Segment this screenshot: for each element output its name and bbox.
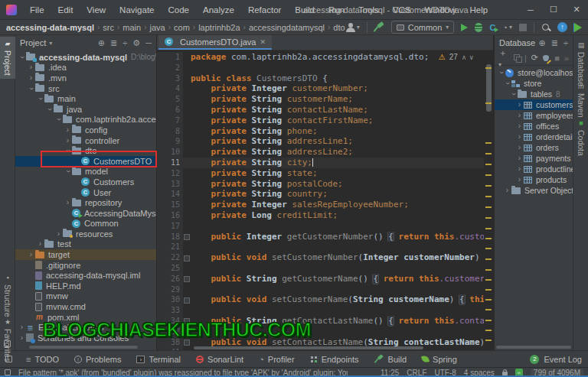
tree-item-mvnw-cmd[interactable]: ›mvnw.cmd xyxy=(15,301,156,312)
tree-item-offices[interactable]: ›offices xyxy=(495,121,573,132)
chevron-closed-icon[interactable]: › xyxy=(18,334,26,342)
code-line[interactable]: 25 xyxy=(157,263,484,274)
code-line[interactable]: 10 private String addressLine2; xyxy=(157,147,484,158)
chevron-closed-icon[interactable]: › xyxy=(36,240,44,248)
chevron-closed-icon[interactable]: › xyxy=(54,230,63,238)
menu-navigate[interactable]: Navigate xyxy=(113,5,161,15)
code-line[interactable]: 14 private String country; xyxy=(157,189,484,200)
menu-analyze[interactable]: Analyze xyxy=(196,5,241,15)
build-hammer-icon[interactable] xyxy=(374,22,384,32)
menu-edit[interactable]: Edit xyxy=(51,5,80,15)
tree-item-orders[interactable]: ›orders xyxy=(495,142,573,153)
code-line[interactable]: 22 public void setCustomerNumber(Integer… xyxy=(157,252,484,263)
chevron-closed-icon[interactable]: › xyxy=(64,126,72,134)
tool-tab-project[interactable]: ▰Project xyxy=(0,37,15,79)
project-horizontal-scrollbar[interactable] xyxy=(29,346,138,349)
fold-marker-icon[interactable] xyxy=(183,274,190,284)
chevron-closed-icon[interactable]: › xyxy=(515,144,524,151)
bottom-tab-profiler[interactable]: ◔Profiler xyxy=(251,351,302,368)
tree-item-test[interactable]: ›test xyxy=(15,239,156,250)
user-menu[interactable]: ▾ xyxy=(346,23,360,32)
code-line[interactable]: 33 xyxy=(157,305,484,316)
tree-item-main[interactable]: ›main xyxy=(15,93,156,104)
locate-icon[interactable]: ⊕ xyxy=(539,38,546,48)
chevron-closed-icon[interactable]: › xyxy=(515,122,524,130)
line-separator-indicator[interactable]: CRLF xyxy=(407,369,426,377)
chevron-closed-icon[interactable]: › xyxy=(64,137,72,145)
code-line[interactable]: 8 private String phone; xyxy=(157,126,484,137)
close-button[interactable]: ✕ xyxy=(565,0,588,20)
stop-icon[interactable]: ■ xyxy=(554,54,560,63)
code-line[interactable]: 1package com.laptrinhb2a.accessingdatamy… xyxy=(157,52,484,63)
chevron-closed-icon[interactable]: › xyxy=(27,251,35,258)
menu-file[interactable]: File xyxy=(23,5,51,15)
tree-item-accessing-data-mysql[interactable]: ›accessing-data-mysqlD:\blog\spring-boot… xyxy=(15,52,156,63)
breadcrumb-item[interactable]: com xyxy=(174,23,190,32)
gear-icon[interactable]: ⚙ xyxy=(132,38,140,48)
breadcrumb-item[interactable]: src xyxy=(103,23,114,32)
tree-item-orderdetails[interactable]: ›orderdetails xyxy=(495,132,573,142)
expand-all-icon[interactable]: ≣ xyxy=(551,38,558,48)
fold-marker-icon[interactable] xyxy=(183,294,190,305)
fold-marker-icon[interactable] xyxy=(183,252,190,263)
lock-icon[interactable] xyxy=(502,372,508,375)
menu-refactor[interactable]: Refactor xyxy=(241,5,288,15)
tree-item-products[interactable]: ›products xyxy=(495,174,573,185)
chevron-closed-icon[interactable]: › xyxy=(515,133,524,141)
tree-item-model[interactable]: ›model xyxy=(15,167,156,177)
fold-marker-icon[interactable] xyxy=(183,232,190,242)
breadcrumb-item[interactable]: java xyxy=(149,23,165,32)
chevron-closed-icon[interactable]: › xyxy=(18,323,26,331)
tree-item--gitignore[interactable]: ›.gitignore xyxy=(15,260,156,271)
codota-status-icon[interactable]: ‹› xyxy=(515,369,523,376)
tree-item-store-localhost[interactable]: ›store@localhost1 of 5 xyxy=(495,67,573,78)
indent-indicator[interactable]: 4 spaces xyxy=(464,369,495,377)
tree-item-common[interactable]: ›CCommon xyxy=(15,219,156,229)
chevron-closed-icon[interactable]: › xyxy=(515,176,524,184)
code-line[interactable]: 7 private String contactFirstName; xyxy=(157,115,484,126)
editor-tab-customersdto[interactable]: C CustomersDTO.java ✕ xyxy=(158,35,272,50)
chevron-down-icon[interactable]: ▾ xyxy=(49,40,52,47)
code-line[interactable]: 26 public String getCustomerName() { ret… xyxy=(157,274,484,284)
debug-button[interactable] xyxy=(475,23,482,32)
memory-indicator[interactable]: 799 of 4096M xyxy=(531,369,583,377)
breadcrumb-item[interactable]: accessing-data-mysql xyxy=(6,23,94,32)
tree-item-accessing-data-mysql-iml[interactable]: ›accessing-data-mysql.iml xyxy=(15,270,156,281)
tree-item-tables[interactable]: ›tables8 xyxy=(495,89,573,99)
toolwindow-toggle-icon[interactable] xyxy=(5,369,11,375)
refresh-icon[interactable]: ⟳ xyxy=(531,53,538,63)
code-line[interactable]: 16 private Long creditLimit; xyxy=(157,210,484,221)
tree-item--idea[interactable]: ›.idea xyxy=(15,63,156,73)
code-line[interactable]: 11 private String city; xyxy=(157,158,484,168)
chevron-closed-icon[interactable]: › xyxy=(503,187,511,194)
coverage-button[interactable]: C xyxy=(489,23,495,32)
duplicate-icon[interactable] xyxy=(514,54,520,61)
tree-item-repository[interactable]: ›repository xyxy=(15,197,156,208)
event-log[interactable]: 2 Event Log xyxy=(530,355,582,364)
code-line[interactable]: 9 private String addressLine1; xyxy=(157,136,484,147)
chevron-closed-icon[interactable]: › xyxy=(515,165,524,173)
code-line[interactable]: 12 private String state; xyxy=(157,168,484,179)
code-line[interactable]: 2 xyxy=(157,63,484,73)
run-button[interactable] xyxy=(461,24,468,31)
code-line[interactable]: 29 xyxy=(157,284,484,295)
code-line[interactable]: 3public class CustomersDTO { xyxy=(157,73,484,84)
code-line[interactable]: 30 public void setCustomerName(String cu… xyxy=(157,294,484,305)
menu-view[interactable]: View xyxy=(80,5,113,15)
code-line[interactable]: 15 private Integer salesRepEmployeeNumbe… xyxy=(157,200,484,210)
breadcrumb-item[interactable]: accessingdatamysql xyxy=(249,23,325,32)
search-everywhere-icon[interactable] xyxy=(541,23,550,32)
bottom-tab-sonarlint[interactable]: SonarLint xyxy=(188,351,251,368)
run-configuration-select[interactable]: Common ▾ xyxy=(391,21,455,34)
toolwindow-toggle-icon[interactable] xyxy=(4,340,11,347)
code-line[interactable]: 6 private String contactLastName; xyxy=(157,105,484,115)
minimize-button[interactable]: ─ xyxy=(519,0,542,20)
chevron-closed-icon[interactable]: › xyxy=(27,63,35,71)
code-line[interactable]: 5 private String customerName; xyxy=(157,94,484,105)
expand-all-icon[interactable]: ≣ xyxy=(110,38,117,48)
menu-code[interactable]: Code xyxy=(161,5,196,15)
tool-tab-structure[interactable]: ▪Structure xyxy=(0,271,15,320)
tree-item-controller[interactable]: ›controller xyxy=(15,135,156,146)
encoding-indicator[interactable]: UTF-8 xyxy=(434,369,456,377)
datasource-properties-icon[interactable] xyxy=(543,54,550,62)
